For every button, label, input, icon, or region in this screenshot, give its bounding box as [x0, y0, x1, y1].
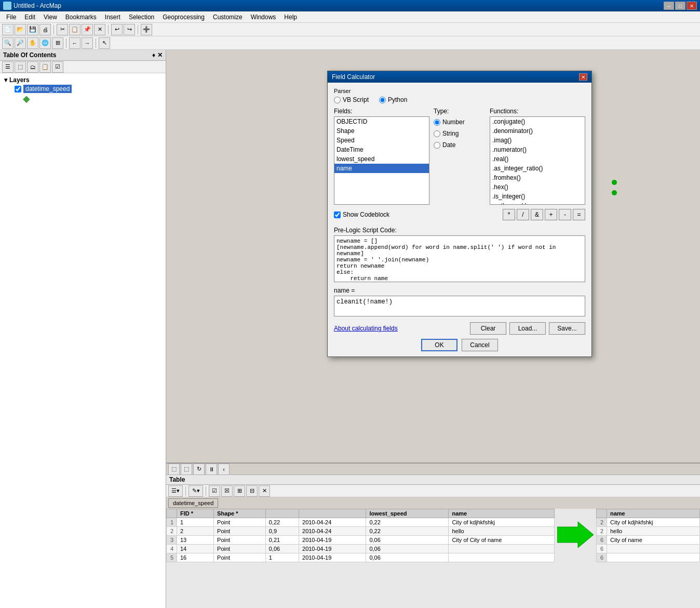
cancel-button[interactable]: Cancel	[462, 339, 498, 351]
dialog-close-button[interactable]: ✕	[579, 73, 587, 81]
field-objectid[interactable]: OBJECTID	[334, 117, 429, 126]
op-equals[interactable]: =	[573, 209, 585, 220]
fn-imag[interactable]: .imag()	[490, 136, 585, 145]
menu-insert[interactable]: Insert	[101, 12, 125, 22]
fields-listbox[interactable]: OBJECTID Shape Speed DateTime lowest_spe…	[334, 116, 429, 205]
menu-help[interactable]: Help	[280, 12, 301, 22]
result-table-row[interactable]: 6 City of name	[597, 536, 700, 545]
fn-numerator[interactable]: .numerator()	[490, 145, 585, 154]
forward-button[interactable]: →	[82, 37, 93, 49]
ok-button[interactable]: OK	[421, 339, 457, 351]
table-btn-2[interactable]: ⬚	[181, 464, 192, 475]
vbscript-option[interactable]: VB Script	[334, 96, 369, 103]
full-extent-button[interactable]: ⊞	[52, 37, 63, 49]
menu-bookmarks[interactable]: Bookmarks	[61, 12, 101, 22]
vbscript-radio[interactable]	[334, 97, 341, 103]
select-button[interactable]: ↖	[99, 37, 110, 49]
zoom-in-button[interactable]: 🔍	[2, 37, 14, 49]
fn-conjugate[interactable]: .conjugate()	[490, 117, 585, 126]
python-radio[interactable]	[379, 97, 386, 103]
field-datetime[interactable]: DateTime	[334, 145, 429, 154]
fn-hex[interactable]: .hex()	[490, 182, 585, 192]
table-row[interactable]: 1 1 Point 0,22 2010-04-24 0,22 City of k…	[167, 518, 555, 527]
op-minus[interactable]: -	[559, 209, 571, 220]
table-tab-datetime-speed[interactable]: datetime_speed	[168, 498, 218, 508]
fn-fromhex[interactable]: .fromhex()	[490, 173, 585, 182]
fn-math-acos[interactable]: math.acos( )	[490, 201, 585, 205]
functions-listbox[interactable]: .conjugate() .denominator() .imag() .num…	[490, 116, 585, 205]
precode-textarea[interactable]	[334, 235, 585, 282]
result-col-header-num[interactable]	[597, 509, 607, 518]
maximize-button[interactable]: □	[675, 2, 685, 10]
redo-button[interactable]: ↪	[124, 24, 135, 35]
menu-selection[interactable]: Selection	[125, 12, 158, 22]
col-header-row-num[interactable]	[167, 509, 177, 518]
toc-pin[interactable]: ♦	[152, 51, 155, 59]
table-row[interactable]: 2 2 Point 0,9 2010-04-24 0,22 hello	[167, 527, 555, 536]
op-multiply[interactable]: *	[503, 209, 515, 220]
add-data-button[interactable]: ➕	[141, 24, 152, 35]
table-options-btn[interactable]: ☰▾	[168, 485, 183, 497]
type-date-option[interactable]: Date	[434, 141, 486, 149]
name-input-textarea[interactable]	[334, 296, 585, 316]
open-button[interactable]: 📂	[15, 24, 26, 35]
toc-btn-4[interactable]: 📋	[39, 61, 51, 73]
menu-view[interactable]: View	[39, 12, 61, 22]
col-header-lowest-speed[interactable]: lowest_speed	[366, 509, 449, 518]
col-header-shape[interactable]: Shape *	[214, 509, 266, 518]
result-table-row[interactable]: 6	[597, 545, 700, 553]
col-header-col3[interactable]	[265, 509, 299, 518]
toc-btn-5[interactable]: ☑	[52, 61, 63, 73]
table-btn-c[interactable]: ⊞	[234, 485, 245, 497]
toc-btn-2[interactable]: ⬚	[15, 61, 26, 73]
field-lowest-speed[interactable]: lowest_speed	[334, 154, 429, 164]
zoom-out-button[interactable]: 🔎	[15, 37, 26, 49]
fn-is-integer[interactable]: .is_integer()	[490, 192, 585, 201]
col-header-col4[interactable]	[299, 509, 366, 518]
field-shape[interactable]: Shape	[334, 126, 429, 136]
fn-real[interactable]: .real()	[490, 154, 585, 164]
toc-layers-group[interactable]: ▾ Layers	[2, 75, 164, 85]
table-btn-e[interactable]: ✕	[259, 485, 270, 497]
type-string-radio[interactable]	[434, 130, 440, 137]
table-row[interactable]: 3 13 Point 0,21 2010-04-19 0,06 City of …	[167, 536, 555, 545]
type-number-radio[interactable]	[434, 119, 440, 126]
field-speed[interactable]: Speed	[334, 136, 429, 145]
undo-button[interactable]: ↩	[111, 24, 123, 35]
copy-button[interactable]: 📋	[69, 24, 80, 35]
result-table-container[interactable]: name 2 City of kdjhkfshkj 2 hello 6 City…	[596, 509, 700, 562]
result-table-row[interactable]: 2 hello	[597, 527, 700, 536]
field-name[interactable]: name	[334, 164, 429, 173]
fn-denominator[interactable]: .denominator()	[490, 126, 585, 136]
print-button[interactable]: 🖨	[39, 24, 51, 35]
type-string-option[interactable]: String	[434, 130, 486, 137]
python-option[interactable]: Python	[379, 96, 407, 103]
table-btn-1[interactable]: ⬚	[168, 464, 180, 475]
show-codeblock-checkbox[interactable]	[334, 212, 341, 218]
op-plus[interactable]: +	[545, 209, 557, 220]
table-btn-collapse[interactable]: ‹	[218, 464, 230, 475]
menu-customize[interactable]: Customize	[209, 12, 247, 22]
menu-geoprocessing[interactable]: Geoprocessing	[158, 12, 209, 22]
save-button[interactable]: 💾	[27, 24, 38, 35]
close-app-button[interactable]: ✕	[686, 2, 697, 10]
layer-item-datetime-speed[interactable]: datetime_speed	[2, 85, 164, 93]
globe-button[interactable]: 🌐	[39, 37, 51, 49]
clear-button[interactable]: Clear	[470, 322, 506, 335]
delete-button[interactable]: ✕	[94, 24, 105, 35]
new-button[interactable]: 📄	[2, 24, 14, 35]
load-button[interactable]: Load...	[509, 322, 546, 335]
main-table-container[interactable]: FID * Shape * lowest_speed name 1	[166, 509, 555, 562]
op-divide[interactable]: /	[517, 209, 529, 220]
table-btn-a[interactable]: ☑	[209, 485, 220, 497]
col-header-name[interactable]: name	[449, 509, 555, 518]
menu-windows[interactable]: Windows	[247, 12, 280, 22]
toc-close[interactable]: ✕	[157, 51, 163, 59]
type-date-radio[interactable]	[434, 142, 440, 149]
result-table-row[interactable]: 2 City of kdjhkfshkj	[597, 518, 700, 527]
table-btn-refresh[interactable]: ↻	[193, 464, 205, 475]
layer-visibility-checkbox[interactable]	[15, 86, 21, 92]
op-ampersand[interactable]: &	[531, 209, 543, 220]
menu-edit[interactable]: Edit	[20, 12, 39, 22]
menu-file[interactable]: File	[2, 12, 20, 22]
